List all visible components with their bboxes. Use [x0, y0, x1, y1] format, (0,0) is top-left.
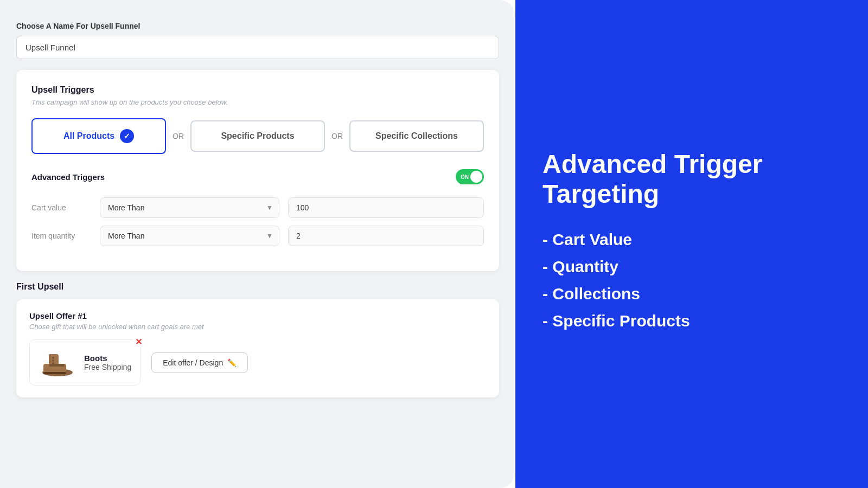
advanced-triggers-title: Advanced Triggers — [31, 172, 105, 182]
funnel-name-input[interactable] — [16, 36, 499, 59]
triggers-card-subtitle: This campaign will show up on the produc… — [31, 98, 484, 106]
delete-icon[interactable]: ✕ — [132, 336, 144, 348]
toggle-knob — [470, 171, 482, 183]
check-icon: ✓ — [120, 129, 134, 143]
svg-rect-5 — [43, 372, 66, 374]
svg-point-8 — [52, 362, 54, 364]
offer-item-details: Boots Free Shipping — [84, 354, 131, 371]
offer-item-row: ✕ — [29, 339, 486, 386]
cart-value-select-wrapper: More Than Less Than Equal To ▼ — [100, 197, 279, 218]
feature-cart-value: - Cart Value — [542, 230, 841, 249]
right-panel: Advanced Trigger Targeting - Cart Value … — [515, 0, 868, 488]
all-products-button[interactable]: All Products ✓ — [31, 118, 166, 154]
cart-value-input[interactable] — [288, 197, 484, 218]
specific-products-label: Specific Products — [221, 131, 294, 141]
or-label-1: OR — [166, 132, 190, 140]
right-heading: Advanced Trigger Targeting — [542, 149, 841, 209]
specific-collections-label: Specific Collections — [375, 131, 458, 141]
specific-collections-button[interactable]: Specific Collections — [349, 120, 484, 152]
first-upsell-section-title: First Upsell — [16, 282, 499, 292]
product-image — [39, 348, 76, 377]
advanced-toggle[interactable]: ON — [456, 169, 484, 184]
feature-quantity: - Quantity — [542, 258, 841, 276]
triggers-card: Upsell Triggers This campaign will show … — [16, 70, 499, 271]
item-quantity-input[interactable] — [288, 226, 484, 246]
boot-svg — [39, 349, 76, 377]
offer-item-sub: Free Shipping — [84, 363, 131, 371]
toggle-label: ON — [461, 174, 469, 180]
offer-item-inner: Boots Free Shipping — [39, 348, 131, 377]
upsell-offer-title: Upsell Offer #1 — [29, 311, 486, 320]
or-label-2: OR — [325, 132, 349, 140]
edit-offer-button[interactable]: Edit offer / Design ✏️ — [151, 352, 248, 373]
pencil-icon: ✏️ — [227, 358, 237, 367]
item-quantity-select-wrapper: More Than Less Than Equal To ▼ — [100, 226, 279, 246]
offer-item-name: Boots — [84, 354, 131, 363]
svg-point-7 — [52, 359, 54, 362]
left-panel: your Choose A Name For Upsell Funnel Ups… — [0, 0, 515, 488]
trigger-buttons-row: All Products ✓ OR Specific Products OR S… — [31, 118, 484, 154]
specific-products-button[interactable]: Specific Products — [190, 120, 325, 152]
cart-value-label: Cart value — [31, 203, 91, 212]
all-products-label: All Products — [63, 131, 114, 141]
item-quantity-row: Item quantity More Than Less Than Equal … — [31, 226, 484, 246]
right-heading-line1: Advanced Trigger — [542, 150, 762, 178]
funnel-name-label: Choose A Name For Upsell Funnel — [16, 22, 499, 30]
upsell-offer-subtitle: Chose gift that will be unlocked when ca… — [29, 323, 486, 331]
feature-specific-products: - Specific Products — [542, 312, 841, 330]
offer-item-box: ✕ — [29, 339, 141, 386]
triggers-card-title: Upsell Triggers — [31, 85, 484, 95]
svg-point-6 — [52, 357, 54, 359]
item-quantity-label: Item quantity — [31, 232, 91, 240]
edit-offer-label: Edit offer / Design — [163, 358, 223, 367]
advanced-triggers-row: Advanced Triggers ON — [31, 169, 484, 184]
right-heading-line2: Targeting — [542, 179, 659, 208]
upsell-card: Upsell Offer #1 Chose gift that will be … — [16, 299, 499, 397]
features-list: - Cart Value - Quantity - Collections - … — [542, 230, 841, 339]
cart-value-select[interactable]: More Than Less Than Equal To — [100, 197, 279, 218]
item-quantity-select[interactable]: More Than Less Than Equal To — [100, 226, 279, 246]
svg-rect-4 — [49, 364, 65, 367]
feature-collections: - Collections — [542, 285, 841, 303]
cart-value-row: Cart value More Than Less Than Equal To … — [31, 197, 484, 218]
